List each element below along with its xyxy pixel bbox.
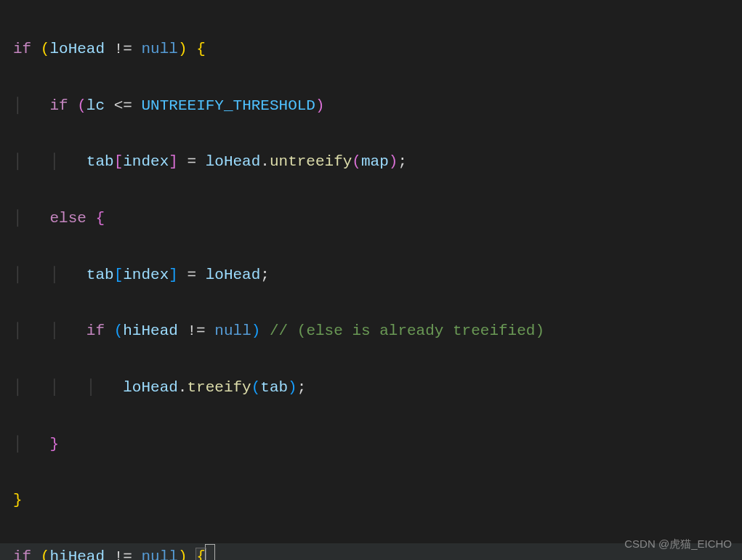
code-line: } xyxy=(13,487,742,515)
code-line: │ │ │ loHead.treeify(tab); xyxy=(13,374,742,402)
code-line: │ │ tab[index] = loHead; xyxy=(13,261,742,290)
comment: // (else is already treeified) xyxy=(270,322,544,339)
code-line: │ else { xyxy=(13,205,742,233)
watermark-text: CSDN @虎猫_EICHO xyxy=(624,534,732,554)
code-editor[interactable]: if (loHead != null) { │ if (lc <= UNTREE… xyxy=(0,0,742,560)
code-line: │ if (lc <= UNTREEIFY_THRESHOLD) xyxy=(13,92,742,121)
text-cursor xyxy=(205,544,215,560)
keyword-if: if xyxy=(13,41,31,57)
code-line: if (loHead != null) { xyxy=(13,36,742,64)
code-line: │ } xyxy=(13,431,742,459)
code-line: │ │ if (hiHead != null) // (else is alre… xyxy=(13,317,742,346)
code-line: │ │ tab[index] = loHead.untreeify(map); xyxy=(13,148,742,176)
